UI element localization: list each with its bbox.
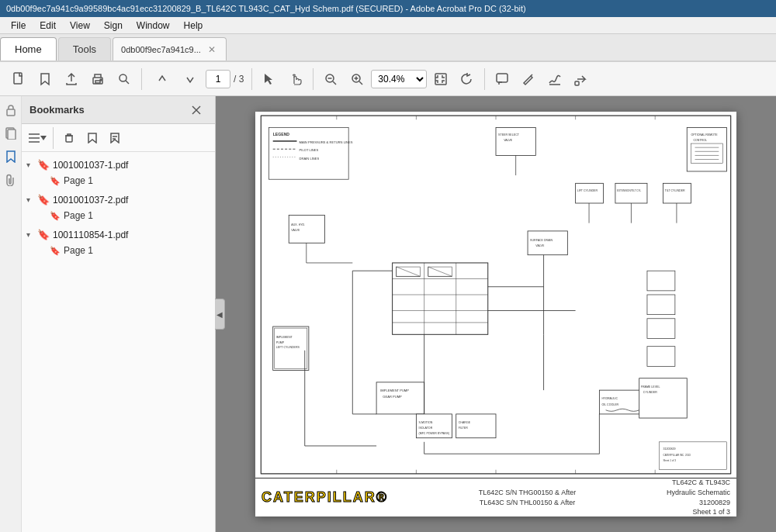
bookmark-group-3: ▾ 🔖 1001110854-1.pdf 🔖 Page 1	[22, 225, 215, 260]
select-tool-button[interactable]	[257, 67, 282, 92]
bookmark-child-1-1[interactable]: 🔖 Page 1	[22, 173, 215, 188]
sidebar-title: Bookmarks	[29, 104, 85, 116]
rotate-button[interactable]	[455, 67, 480, 92]
svg-text:PILOT LINES: PILOT LINES	[300, 148, 319, 152]
menu-window[interactable]: Window	[130, 19, 176, 33]
bookmark-child-2-1[interactable]: 🔖 Page 1	[22, 208, 215, 223]
bookmark-group-3-header[interactable]: ▾ 🔖 1001110854-1.pdf	[22, 226, 215, 243]
svg-text:IMPLEMENT: IMPLEMENT	[276, 336, 293, 339]
menu-edit[interactable]: Edit	[33, 19, 62, 33]
bookmark-group-2-header[interactable]: ▾ 🔖 1001001037-2.pdf	[22, 192, 215, 208]
properties-btn[interactable]	[105, 127, 126, 149]
tab-document[interactable]: 0db00f9ec7a941c9... ✕	[113, 37, 227, 60]
svg-text:ISOLATOR: ISOLATOR	[418, 427, 432, 430]
comment-button[interactable]	[490, 67, 514, 92]
print-button[interactable]	[85, 67, 110, 92]
main-content: Bookmarks ▾	[0, 96, 776, 532]
toolbar-separator-3	[313, 68, 314, 90]
svg-rect-67	[393, 263, 488, 334]
chevron-icon-2: ▾	[26, 195, 34, 204]
svg-rect-118	[647, 271, 675, 291]
tab-home[interactable]: Home	[0, 37, 57, 60]
menu-view[interactable]: View	[64, 19, 96, 33]
close-sidebar-button[interactable]	[185, 99, 207, 121]
menu-help[interactable]: Help	[178, 19, 210, 33]
svg-point-5	[120, 74, 126, 81]
bookmark-child-icon-1-1: 🔖	[50, 176, 61, 186]
svg-text:PUMP: PUMP	[276, 341, 285, 344]
footer-center: TL642C S/N THG00150 & After TL643C S/N T…	[479, 488, 576, 507]
svg-line-11	[333, 81, 336, 85]
new-file-button[interactable]	[6, 67, 31, 92]
svg-marker-33	[111, 133, 119, 143]
pdf-viewer[interactable]: LEGEND MAIN PRESSURE & RETURN LINES PILO…	[216, 96, 776, 532]
svg-rect-81	[615, 183, 647, 203]
svg-text:(MFC POWER BYPASS): (MFC POWER BYPASS)	[418, 432, 449, 435]
hand-tool-button[interactable]	[283, 67, 308, 92]
svg-rect-105	[528, 231, 567, 255]
svg-text:FILTER: FILTER	[459, 427, 468, 430]
bookmark-child-label-3-1: Page 1	[64, 245, 93, 256]
bookmark-child-icon-2-1: 🔖	[50, 211, 61, 221]
bookmarks-icon-btn[interactable]	[2, 147, 20, 166]
sb-sep-1	[53, 127, 54, 149]
svg-text:CHARGE: CHARGE	[459, 421, 471, 424]
share-button[interactable]	[569, 67, 594, 92]
prev-page-button[interactable]	[150, 67, 175, 92]
svg-text:S-MOTION: S-MOTION	[418, 421, 432, 424]
zoom-select[interactable]: 30.4%	[371, 70, 427, 88]
svg-rect-120	[647, 319, 675, 339]
lock-icon-btn[interactable]	[2, 101, 20, 119]
svg-text:STEER SELECT: STEER SELECT	[498, 133, 520, 136]
svg-line-18	[531, 74, 532, 76]
search-button[interactable]	[112, 67, 137, 92]
hydraulic-schematic: LEGEND MAIN PRESSURE & RETURN LINES PILO…	[255, 112, 736, 478]
title-bar: 0db00f9ec7a941c9a99589bc4ac91ecc31200829…	[0, 0, 776, 17]
close-tab-icon[interactable]: ✕	[206, 43, 218, 56]
pages-icon-btn[interactable]	[2, 124, 20, 143]
bookmark-child-3-1[interactable]: 🔖 Page 1	[22, 243, 215, 258]
bookmark-button[interactable]	[33, 67, 57, 92]
menu-bar: File Edit View Sign Window Help	[0, 17, 776, 34]
bookmark-group-1: ▾ 🔖 1001001037-1.pdf 🔖 Page 1	[22, 155, 215, 190]
svg-text:LEFT CYLINDERS: LEFT CYLINDERS	[276, 346, 300, 349]
zoom-in-button[interactable]	[345, 67, 369, 92]
toolbar: 1 / 3 30.4%	[0, 62, 776, 96]
tab-bar: Home Tools 0db00f9ec7a941c9... ✕	[0, 34, 776, 62]
tab-tools[interactable]: Tools	[58, 37, 111, 60]
svg-rect-16	[435, 74, 446, 85]
zoom-out-button[interactable]	[318, 67, 343, 92]
next-page-button[interactable]	[178, 67, 203, 92]
svg-text:OIL COOLER: OIL COOLER	[601, 403, 618, 406]
upload-button[interactable]	[59, 67, 84, 92]
bookmark-group-1-header[interactable]: ▾ 🔖 1001001037-1.pdf	[22, 157, 215, 173]
fit-page-button[interactable]	[428, 67, 453, 92]
new-bookmark-btn[interactable]	[81, 127, 103, 149]
svg-text:VALVE: VALVE	[504, 139, 513, 142]
pencil-button[interactable]	[516, 67, 541, 92]
svg-rect-122	[639, 378, 688, 418]
page-number-input[interactable]: 1	[206, 70, 230, 88]
bookmark-child-label-2-1: Page 1	[64, 210, 93, 221]
chevron-icon-3: ▾	[26, 230, 34, 239]
delete-bookmark-btn[interactable]	[58, 127, 80, 149]
collapse-sidebar-button[interactable]: ◀	[215, 299, 225, 330]
signature-button[interactable]	[542, 67, 567, 92]
svg-line-15	[359, 81, 362, 85]
paperclip-icon-btn[interactable]	[2, 171, 20, 189]
svg-text:HYDRAULIC: HYDRAULIC	[601, 397, 618, 400]
sidebar: Bookmarks ▾	[22, 96, 216, 532]
bookmark-label-3: 1001110854-1.pdf	[53, 230, 128, 240]
svg-text:OPTIONAL REMOTE: OPTIONAL REMOTE	[691, 133, 718, 136]
svg-rect-90	[691, 143, 722, 164]
chevron-icon-1: ▾	[26, 161, 34, 169]
svg-rect-31	[66, 136, 72, 142]
bookmark-child-label-1-1: Page 1	[64, 175, 93, 186]
sidebar-menu-btn[interactable]	[26, 127, 48, 149]
svg-rect-111	[456, 414, 496, 438]
menu-sign[interactable]: Sign	[98, 19, 129, 33]
svg-text:CYLINDER: CYLINDER	[643, 391, 658, 394]
menu-file[interactable]: File	[5, 19, 32, 33]
sidebar-header: Bookmarks	[22, 96, 215, 124]
bookmark-list: ▾ 🔖 1001001037-1.pdf 🔖 Page 1 ▾ 🔖 100100…	[22, 152, 215, 532]
